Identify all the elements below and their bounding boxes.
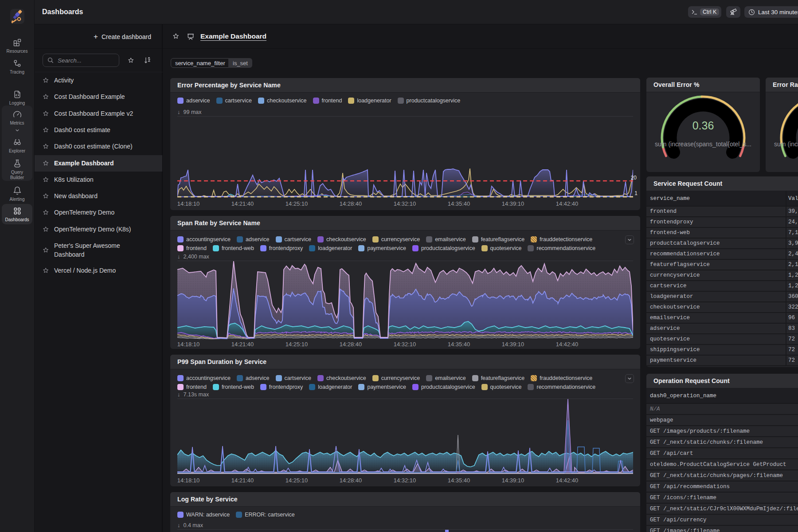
svg-text:0.36: 0.36 bbox=[692, 119, 714, 132]
